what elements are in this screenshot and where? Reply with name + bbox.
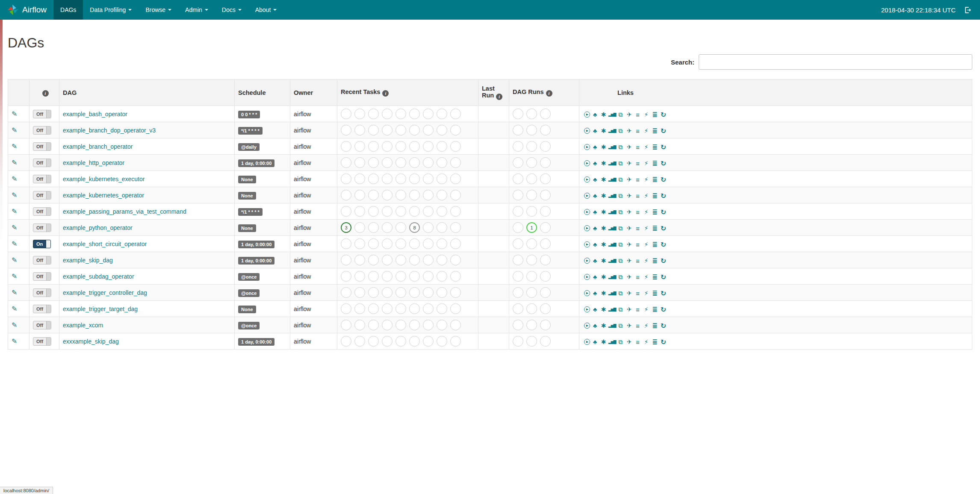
logs-icon[interactable]: ≣: [651, 338, 658, 345]
recent-task-circle[interactable]: [409, 206, 420, 217]
tree-view-icon[interactable]: ♣: [591, 144, 599, 150]
task-duration-icon[interactable]: ▂▅▇: [608, 322, 616, 329]
recent-task-circle[interactable]: [354, 255, 365, 265]
dag-run-circle[interactable]: [526, 320, 537, 330]
trigger-dag-icon[interactable]: ▶: [584, 339, 590, 345]
edit-dag-icon[interactable]: ✎: [12, 321, 17, 329]
task-duration-icon[interactable]: ▂▅▇: [608, 290, 616, 297]
dag-link[interactable]: example_trigger_controller_dag: [63, 289, 147, 296]
refresh-icon[interactable]: ↻: [660, 160, 667, 167]
recent-task-circle[interactable]: [450, 157, 461, 168]
pause-toggle[interactable]: Off: [33, 191, 51, 200]
landing-times-icon[interactable]: ✈: [626, 160, 633, 167]
recent-task-circle[interactable]: [341, 190, 351, 200]
recent-task-circle[interactable]: [423, 303, 434, 314]
recent-task-circle[interactable]: [450, 255, 461, 265]
refresh-icon[interactable]: ↻: [660, 290, 667, 297]
pause-toggle[interactable]: Off: [33, 223, 51, 232]
recent-task-circle[interactable]: [450, 109, 461, 119]
task-tries-icon[interactable]: ⧉: [617, 192, 624, 199]
recent-task-circle[interactable]: [341, 206, 351, 217]
recent-task-circle[interactable]: [437, 255, 447, 265]
recent-task-circle[interactable]: [396, 320, 406, 330]
task-tries-icon[interactable]: ⧉: [617, 273, 624, 280]
dag-run-circle[interactable]: [526, 255, 537, 265]
landing-times-icon[interactable]: ✈: [626, 322, 633, 329]
task-duration-icon[interactable]: ▂▅▇: [608, 176, 616, 183]
recent-task-circle[interactable]: [423, 125, 434, 135]
graph-view-icon[interactable]: ✱: [600, 209, 607, 215]
recent-task-circle[interactable]: [423, 271, 434, 282]
tree-view-icon[interactable]: ♣: [591, 257, 599, 264]
task-tries-icon[interactable]: ⧉: [617, 209, 624, 215]
code-view-icon[interactable]: ⚡: [643, 192, 650, 199]
graph-view-icon[interactable]: ✱: [600, 160, 607, 167]
recent-task-circle[interactable]: [423, 255, 434, 265]
recent-task-circle[interactable]: [354, 125, 365, 135]
recent-task-circle[interactable]: [396, 109, 406, 119]
recent-task-circle[interactable]: [341, 336, 351, 347]
trigger-dag-icon[interactable]: ▶: [584, 193, 590, 199]
recent-task-circle[interactable]: [368, 206, 379, 217]
recent-task-circle[interactable]: [341, 320, 351, 330]
dag-run-circle[interactable]: [526, 303, 537, 314]
schedule-badge[interactable]: */1 * * * *: [238, 127, 263, 135]
recent-task-circle[interactable]: [450, 303, 461, 314]
schedule-badge[interactable]: */1 * * * *: [238, 208, 263, 216]
dag-link[interactable]: example_short_circuit_operator: [63, 241, 147, 247]
recent-task-circle[interactable]: [450, 190, 461, 200]
landing-times-icon[interactable]: ✈: [626, 209, 633, 215]
recent-task-circle[interactable]: [450, 287, 461, 298]
schedule-badge[interactable]: 1 day, 0:00:00: [238, 159, 275, 167]
pause-toggle[interactable]: Off: [33, 207, 51, 216]
trigger-dag-icon[interactable]: ▶: [584, 241, 590, 247]
recent-task-circle[interactable]: [396, 190, 406, 200]
recent-task-circle[interactable]: [382, 206, 393, 217]
tree-view-icon[interactable]: ♣: [591, 306, 599, 313]
dag-run-circle[interactable]: [513, 206, 523, 217]
dag-run-circle[interactable]: [540, 173, 551, 184]
dag-run-circle[interactable]: [526, 109, 537, 119]
recent-task-circle[interactable]: [382, 125, 393, 135]
recent-task-circle[interactable]: [354, 271, 365, 282]
dag-run-circle[interactable]: [540, 222, 551, 233]
dag-link[interactable]: example_http_operator: [63, 159, 124, 166]
graph-view-icon[interactable]: ✱: [600, 192, 607, 199]
edit-dag-icon[interactable]: ✎: [12, 224, 17, 231]
gantt-icon[interactable]: ≡: [634, 160, 641, 167]
dag-run-circle[interactable]: [513, 238, 523, 249]
recent-task-circle[interactable]: [423, 206, 434, 217]
recent-task-circle[interactable]: [368, 287, 379, 298]
landing-times-icon[interactable]: ✈: [626, 241, 633, 248]
recent-task-circle[interactable]: [437, 141, 447, 152]
recent-task-circle[interactable]: [368, 141, 379, 152]
gantt-icon[interactable]: ≡: [634, 192, 641, 199]
task-duration-icon[interactable]: ▂▅▇: [608, 160, 616, 167]
tree-view-icon[interactable]: ♣: [591, 338, 599, 345]
recent-task-circle[interactable]: 3: [341, 222, 351, 233]
recent-task-circle[interactable]: [354, 173, 365, 184]
recent-task-circle[interactable]: [423, 320, 434, 330]
recent-task-circle[interactable]: [368, 173, 379, 184]
code-view-icon[interactable]: ⚡: [643, 338, 650, 345]
recent-task-circle[interactable]: [368, 190, 379, 200]
graph-view-icon[interactable]: ✱: [600, 241, 607, 248]
task-tries-icon[interactable]: ⧉: [617, 338, 624, 345]
gantt-icon[interactable]: ≡: [634, 273, 641, 280]
pause-toggle[interactable]: Off: [33, 321, 51, 329]
graph-view-icon[interactable]: ✱: [600, 306, 607, 313]
task-tries-icon[interactable]: ⧉: [617, 144, 624, 150]
dag-run-circle[interactable]: [513, 222, 523, 233]
schedule-badge[interactable]: @once: [238, 273, 260, 281]
recent-task-circle[interactable]: [354, 336, 365, 347]
tree-view-icon[interactable]: ♣: [591, 209, 599, 215]
recent-task-circle[interactable]: [437, 222, 447, 233]
dag-run-circle[interactable]: [526, 271, 537, 282]
trigger-dag-icon[interactable]: ▶: [584, 112, 590, 118]
recent-task-circle[interactable]: [341, 287, 351, 298]
landing-times-icon[interactable]: ✈: [626, 192, 633, 199]
logs-icon[interactable]: ≣: [651, 241, 658, 248]
recent-task-circle[interactable]: [409, 238, 420, 249]
dag-run-circle[interactable]: [526, 190, 537, 200]
dag-run-circle[interactable]: [526, 206, 537, 217]
